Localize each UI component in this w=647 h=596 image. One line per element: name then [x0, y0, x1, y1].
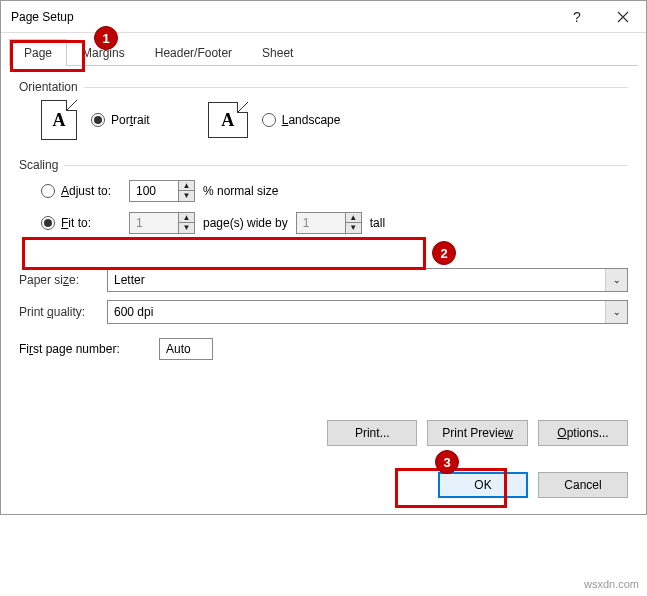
- first-page-value: Auto: [166, 342, 191, 356]
- adjust-value[interactable]: 100: [130, 184, 178, 198]
- landscape-page-icon: A: [208, 102, 248, 138]
- adjust-spin[interactable]: 100 ▲▼: [129, 180, 195, 202]
- print-quality-row: Print quality: 600 dpi ⌄: [19, 300, 628, 324]
- cancel-label: Cancel: [564, 478, 601, 492]
- fit-label: Fit to:: [61, 216, 91, 230]
- radio-fit-to[interactable]: Fit to:: [41, 216, 121, 230]
- print-button[interactable]: Print...: [327, 420, 417, 446]
- portrait-label: Portrait: [111, 113, 150, 127]
- help-button[interactable]: ?: [554, 1, 600, 33]
- tab-sheet[interactable]: Sheet: [247, 39, 308, 66]
- first-page-label: First page number:: [19, 342, 149, 356]
- print-quality-select[interactable]: 600 dpi ⌄: [107, 300, 628, 324]
- options-button[interactable]: Options...: [538, 420, 628, 446]
- adjust-to-row: Adjust to: 100 ▲▼ % normal size: [41, 178, 628, 204]
- first-page-row: First page number: Auto: [19, 338, 628, 360]
- spin-arrows[interactable]: ▲▼: [345, 213, 361, 233]
- fit-wide-spin[interactable]: 1 ▲▼: [129, 212, 195, 234]
- tab-page[interactable]: Page: [9, 39, 67, 66]
- print-quality-label: Print quality:: [19, 305, 97, 319]
- print-preview-label: Print Preview: [442, 426, 513, 440]
- print-preview-button[interactable]: Print Preview: [427, 420, 528, 446]
- fit-tall-value[interactable]: 1: [297, 216, 345, 230]
- dialog-footer: OK Cancel: [1, 460, 646, 514]
- action-buttons: Print... Print Preview Options...: [19, 420, 628, 446]
- fit-to-row: Fit to: 1 ▲▼ page(s) wide by 1 ▲▼ tall: [41, 210, 628, 236]
- portrait-page-icon: A: [41, 100, 77, 140]
- radio-portrait[interactable]: Portrait: [91, 113, 150, 127]
- wideby-label: page(s) wide by: [203, 216, 288, 230]
- adjust-label: Adjust to:: [61, 184, 111, 198]
- chevron-down-icon: ⌄: [605, 301, 627, 323]
- callout-3: 3: [435, 450, 459, 474]
- chevron-down-icon: ⌄: [605, 269, 627, 291]
- options-label: Options...: [557, 426, 608, 440]
- dialog-body: Orientation A Portrait A Landscape Scali…: [1, 66, 646, 460]
- watermark: wsxdn.com: [584, 578, 639, 590]
- first-page-input[interactable]: Auto: [159, 338, 213, 360]
- tab-header-footer[interactable]: Header/Footer: [140, 39, 247, 66]
- page-setup-dialog: Page Setup ? Page Margins Header/Footer …: [0, 0, 647, 515]
- print-quality-value: 600 dpi: [114, 305, 153, 319]
- radio-icon: [262, 113, 276, 127]
- fit-tall-spin[interactable]: 1 ▲▼: [296, 212, 362, 234]
- tall-label: tall: [370, 216, 385, 230]
- radio-landscape[interactable]: Landscape: [262, 113, 341, 127]
- orientation-group-label: Orientation: [19, 80, 628, 94]
- radio-icon: [41, 216, 55, 230]
- paper-size-value: Letter: [114, 273, 145, 287]
- callout-2: 2: [432, 241, 456, 265]
- landscape-label: Landscape: [282, 113, 341, 127]
- radio-icon: [41, 184, 55, 198]
- close-icon: [617, 11, 629, 23]
- pct-label: % normal size: [203, 184, 278, 198]
- ok-label: OK: [474, 478, 491, 492]
- print-label: Print...: [355, 426, 390, 440]
- callout-1: 1: [94, 26, 118, 50]
- close-button[interactable]: [600, 1, 646, 33]
- paper-size-label: Paper size:: [19, 273, 97, 287]
- paper-size-row: Paper size: Letter ⌄: [19, 268, 628, 292]
- spin-arrows[interactable]: ▲▼: [178, 181, 194, 201]
- orientation-row: A Portrait A Landscape: [41, 100, 628, 140]
- ok-button[interactable]: OK: [438, 472, 528, 498]
- fit-wide-value[interactable]: 1: [130, 216, 178, 230]
- dialog-title: Page Setup: [11, 10, 554, 24]
- radio-adjust-to[interactable]: Adjust to:: [41, 184, 121, 198]
- spin-arrows[interactable]: ▲▼: [178, 213, 194, 233]
- cancel-button[interactable]: Cancel: [538, 472, 628, 498]
- scaling-group-label: Scaling: [19, 158, 628, 172]
- radio-icon: [91, 113, 105, 127]
- paper-size-select[interactable]: Letter ⌄: [107, 268, 628, 292]
